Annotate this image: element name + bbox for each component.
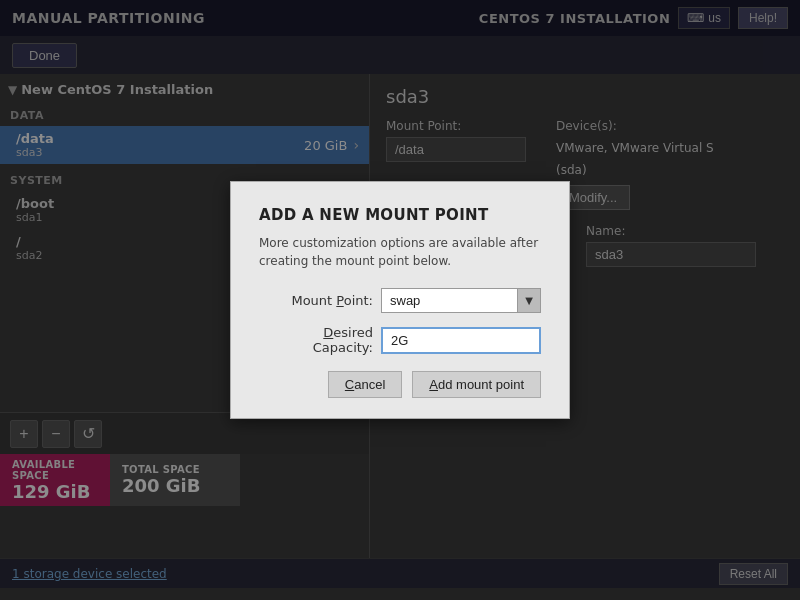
cancel-label: Cancel [345,377,385,392]
add-mount-label: Add mount point [429,377,524,392]
cancel-button[interactable]: Cancel [328,371,402,398]
dialog-mount-point-row: Mount Point: swap / /boot /home /data /t… [259,288,541,313]
dialog-capacity-input[interactable] [381,327,541,354]
dialog-mount-label: Mount Point: [259,293,373,308]
modal-overlay: ADD A NEW MOUNT POINT More customization… [0,0,800,600]
add-mount-point-button[interactable]: Add mount point [412,371,541,398]
dialog-title: ADD A NEW MOUNT POINT [259,206,541,224]
dialog-mount-point-select[interactable]: swap / /boot /home /data /tmp /var [381,288,541,313]
dialog-capacity-row: Desired Capacity: [259,325,541,355]
dialog-mount-select-wrapper: swap / /boot /home /data /tmp /var ▼ [381,288,541,313]
dialog-capacity-label: Desired Capacity: [259,325,373,355]
add-mount-point-dialog: ADD A NEW MOUNT POINT More customization… [230,181,570,419]
dialog-buttons: Cancel Add mount point [259,371,541,398]
dialog-description: More customization options are available… [259,234,541,270]
